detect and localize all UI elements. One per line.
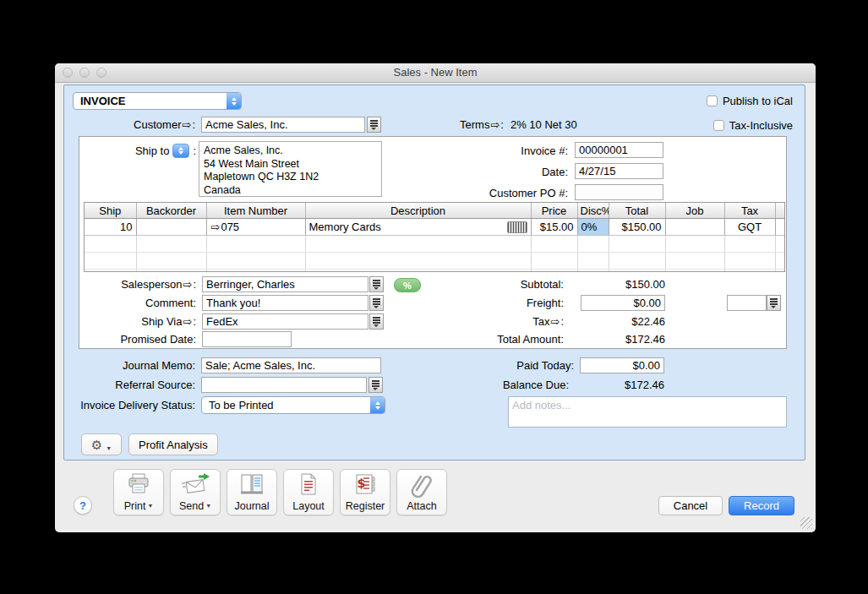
referral-list-button[interactable] <box>368 377 383 393</box>
comment-list-button[interactable] <box>369 295 384 311</box>
detail-arrow-icon[interactable]: ⇨ <box>181 118 192 131</box>
publish-ical-checkbox[interactable] <box>707 95 718 106</box>
window-controls <box>63 68 106 78</box>
terms-label: Terms <box>460 118 489 131</box>
journal-memo-label: Journal Memo: <box>64 359 195 372</box>
help-button[interactable]: ? <box>74 496 92 515</box>
print-button[interactable]: Print▼ <box>113 469 164 515</box>
customer-input[interactable] <box>201 117 365 133</box>
col-item-number[interactable]: Item Number <box>206 203 305 219</box>
layout-button[interactable]: Layout <box>283 469 334 515</box>
table-header-row: Ship Backorder Item Number Description P… <box>85 203 784 219</box>
salesperson-input[interactable] <box>202 276 368 292</box>
record-button[interactable]: Record <box>729 496 794 515</box>
barcode-icon[interactable] <box>507 221 527 233</box>
freight-tax-code-input[interactable] <box>727 295 767 311</box>
cell-tax[interactable]: GQT <box>724 219 775 236</box>
salesperson-label: Salesperson <box>121 278 182 291</box>
cell-price[interactable]: $15.00 <box>531 219 577 236</box>
subtotal-label: Subtotal: <box>445 278 564 291</box>
cell-total[interactable]: $150.00 <box>609 219 665 236</box>
list-icon <box>370 120 378 129</box>
send-button[interactable]: Send▼ <box>170 469 221 515</box>
detail-arrow-icon[interactable]: ⇨ <box>549 315 560 328</box>
referral-source-input[interactable] <box>201 377 367 393</box>
promised-date-label: Promised Date: <box>79 333 196 346</box>
paid-today-label: Paid Today: <box>456 359 574 372</box>
ship-via-input[interactable] <box>202 313 368 330</box>
col-backorder[interactable]: Backorder <box>136 203 206 219</box>
attach-button[interactable]: Attach <box>396 469 447 515</box>
customer-label: Customer <box>134 118 181 131</box>
chevron-updown-icon <box>370 397 385 413</box>
profit-analysis-button[interactable]: Profit Analysis <box>128 433 218 455</box>
col-disc[interactable]: Disc% <box>577 203 609 219</box>
detail-arrow-icon[interactable]: ⇨ <box>489 118 500 131</box>
paid-today-input[interactable] <box>580 357 664 373</box>
comment-label: Comment: <box>79 297 196 309</box>
total-amount-label: Total Amount: <box>445 333 564 346</box>
cell-disc-selected[interactable]: 0% <box>577 219 609 236</box>
paperclip-icon <box>397 472 446 498</box>
caret-down-icon: ▼ <box>106 445 112 451</box>
col-tax[interactable]: Tax <box>724 203 775 219</box>
col-price[interactable]: Price <box>531 203 577 219</box>
invoice-number-label: Invoice #: <box>401 144 568 157</box>
ship-via-label-row: Ship Via ⇨: <box>79 315 196 328</box>
ship-via-list-button[interactable] <box>369 313 384 330</box>
printer-icon <box>114 472 163 498</box>
freight-label: Freight: <box>445 297 564 309</box>
register-button[interactable]: $ Register <box>340 469 390 515</box>
col-job[interactable]: Job <box>665 203 724 219</box>
freight-tax-list-button[interactable] <box>767 295 781 311</box>
total-amount-value: $172.46 <box>564 333 665 346</box>
detail-arrow-icon[interactable]: ⇨ <box>182 315 193 328</box>
invoice-number-input[interactable] <box>575 142 663 158</box>
date-input[interactable] <box>575 163 663 179</box>
ship-to-address[interactable]: Acme Sales, Inc. 54 West Main Street Map… <box>199 141 382 197</box>
journal-button[interactable]: Journal <box>227 469 277 515</box>
detail-arrow-icon[interactable]: ⇨ <box>210 221 221 233</box>
list-icon <box>373 280 380 289</box>
ship-to-address-select[interactable] <box>172 144 189 158</box>
col-total[interactable]: Total <box>609 203 665 219</box>
list-icon <box>770 298 778 308</box>
table-row-empty[interactable] <box>85 253 784 270</box>
col-ship[interactable]: Ship <box>85 203 136 219</box>
terms-row: Terms ⇨: 2% 10 Net 30 <box>460 118 577 131</box>
cell-ship[interactable]: 10 <box>85 219 136 236</box>
minimize-button[interactable] <box>79 68 90 78</box>
comment-input[interactable] <box>202 295 368 311</box>
cell-backorder[interactable] <box>136 219 206 236</box>
actions-menu-button[interactable]: ⚙ ▼ <box>81 433 122 455</box>
freight-input[interactable] <box>581 295 665 311</box>
tax-label-row: Tax ⇨: <box>445 315 564 328</box>
col-description[interactable]: Description <box>305 203 531 219</box>
tax-inclusive-checkbox[interactable] <box>713 120 724 131</box>
journal-book-icon <box>227 472 276 498</box>
cell-job[interactable] <box>665 219 724 236</box>
cell-description[interactable]: Memory Cards <box>305 219 531 236</box>
notes-textarea[interactable] <box>508 396 787 428</box>
journal-memo-input[interactable] <box>201 357 381 373</box>
table-row-empty[interactable] <box>85 270 784 273</box>
sale-type-value: INVOICE <box>74 93 227 109</box>
close-button[interactable] <box>63 68 73 78</box>
customer-po-input[interactable] <box>575 184 663 200</box>
discount-percent-button[interactable]: % <box>394 278 421 292</box>
zoom-button[interactable] <box>96 68 106 78</box>
table-row-empty[interactable] <box>85 236 784 253</box>
salesperson-list-button[interactable] <box>369 276 384 292</box>
balance-due-label: Balance Due: <box>450 379 569 391</box>
cell-item-number[interactable]: ⇨075 <box>206 219 305 236</box>
detail-arrow-icon[interactable]: ⇨ <box>182 278 193 291</box>
cancel-button[interactable]: Cancel <box>658 496 723 515</box>
delivery-status-select[interactable]: To be Printed <box>201 396 385 414</box>
resize-grip[interactable] <box>800 517 812 529</box>
ship-to-label: Ship to <box>135 144 169 157</box>
sale-type-select[interactable]: INVOICE <box>73 92 242 110</box>
promised-date-input[interactable] <box>202 331 292 347</box>
date-label: Date: <box>401 166 568 178</box>
customer-list-button[interactable] <box>367 117 381 133</box>
publish-ical-option: Publish to iCal <box>707 95 793 107</box>
